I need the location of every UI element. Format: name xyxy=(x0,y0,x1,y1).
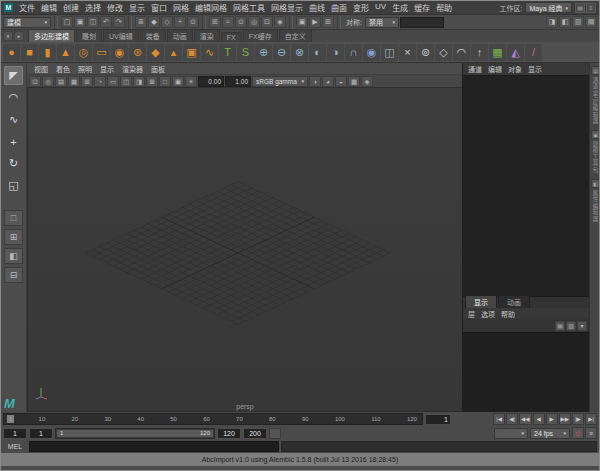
playback-options-button[interactable] xyxy=(269,428,281,439)
scale-tool[interactable]: ◱ xyxy=(4,176,23,195)
shelf-poly-cylinder[interactable]: ▮ xyxy=(39,44,56,61)
panel-menu-item[interactable]: 着色 xyxy=(53,64,73,74)
layer-new-empty-icon[interactable]: ▤ xyxy=(555,321,565,331)
vp-shadows-icon[interactable]: ◑ xyxy=(309,76,321,87)
shelf-svg-tool[interactable]: S xyxy=(237,44,254,61)
time-slider[interactable]: 1102030405060708090100110120 xyxy=(3,413,423,425)
vp-safe-action-icon[interactable]: □ xyxy=(159,76,171,87)
layout-single-pane-button[interactable]: □ xyxy=(4,210,23,226)
layer-options-icon[interactable]: ▾ xyxy=(577,321,587,331)
vp-safe-title-icon[interactable]: ▣ xyxy=(172,76,184,87)
menu-item[interactable]: 网格 xyxy=(170,2,192,13)
render-settings-icon[interactable]: ⊞ xyxy=(322,16,334,28)
select-mask-handles-icon[interactable]: + xyxy=(174,16,186,28)
shelf-tab[interactable]: FX缓存 xyxy=(243,29,278,42)
menu-item[interactable]: 网格显示 xyxy=(268,2,306,13)
layout-persp-outliner-button[interactable]: ◧ xyxy=(4,248,23,264)
panel-menu-item[interactable]: 面板 xyxy=(148,64,168,74)
shelf-tabs-icon[interactable]: ▸ xyxy=(14,31,24,41)
vp-isolate-select-icon[interactable]: ◈ xyxy=(361,76,373,87)
make-live-icon[interactable]: ◈ xyxy=(274,16,286,28)
menu-set-selector[interactable]: 建模 ▾ xyxy=(3,17,51,28)
shelf-poly-cone[interactable]: ▲ xyxy=(57,44,74,61)
vp-camera-attributes-icon[interactable]: ◎ xyxy=(42,76,54,87)
vp-ambient-occlusion-icon[interactable]: ◕ xyxy=(322,76,334,87)
channel-box-content[interactable] xyxy=(463,75,589,296)
layer-new-from-selected-icon[interactable]: ▥ xyxy=(566,321,576,331)
vp-2d-pan-zoom-icon[interactable]: ⊞ xyxy=(81,76,93,87)
open-scene-icon[interactable]: ▣ xyxy=(74,16,86,28)
exposure-field[interactable]: 0.00 xyxy=(198,76,224,87)
render-frame-icon[interactable]: ▣ xyxy=(296,16,308,28)
vp-resolution-gate-icon[interactable]: ◫ xyxy=(120,76,132,87)
menu-item[interactable]: 选择 xyxy=(82,2,104,13)
range-slider-bar[interactable]: 1 120 xyxy=(57,430,213,437)
vp-multisample-icon[interactable]: ▩ xyxy=(348,76,360,87)
toggle-outliner-icon[interactable]: ▤ xyxy=(585,16,597,28)
snap-curve-icon[interactable]: ≈ xyxy=(222,16,234,28)
select-mask-points-icon[interactable]: ⊙ xyxy=(187,16,199,28)
vp-motion-blur-icon[interactable]: ◒ xyxy=(335,76,347,87)
redo-icon[interactable]: ↷ xyxy=(113,16,125,28)
snap-point-icon[interactable]: ⊙ xyxy=(235,16,247,28)
shelf-target-weld[interactable]: ⊚ xyxy=(417,44,434,61)
channel-box-menu-item[interactable]: 编辑 xyxy=(486,64,504,74)
shelf-poly-torus[interactable]: ◎ xyxy=(75,44,92,61)
character-set-selector[interactable]: ▾ xyxy=(494,428,528,439)
select-object-icon[interactable]: ◆ xyxy=(148,16,160,28)
layout-four-pane-button[interactable]: ⊞ xyxy=(4,229,23,245)
current-frame-field[interactable]: 1 xyxy=(425,414,451,425)
panel-menu-item[interactable]: 显示 xyxy=(97,64,117,74)
range-slider[interactable]: 1 120 xyxy=(55,428,215,439)
shelf-bridge[interactable]: ◠ xyxy=(453,44,470,61)
vp-field-chart-icon[interactable]: ⊠ xyxy=(146,76,158,87)
attribute-editor-tab[interactable]: ◧ 属性编辑器 xyxy=(591,179,600,223)
next-key-button[interactable]: ▶▶ xyxy=(559,413,571,425)
shelf-smooth[interactable]: ◉ xyxy=(363,44,380,61)
menu-item[interactable]: 曲面 xyxy=(328,2,350,13)
toggle-attribute-editor-icon[interactable]: ◨ xyxy=(546,16,558,28)
layer-editor-menu-item[interactable]: 选项 xyxy=(479,309,497,319)
menu-item[interactable]: 网格工具 xyxy=(230,2,268,13)
shelf-poly-helix[interactable]: ∿ xyxy=(201,44,218,61)
menu-item[interactable]: 生成 xyxy=(389,2,411,13)
shelf-paint-tool[interactable]: / xyxy=(525,44,542,61)
gamma-field[interactable]: 1.00 xyxy=(225,76,251,87)
vp-lock-camera-icon[interactable]: ⊡ xyxy=(29,76,41,87)
snap-projected-center-icon[interactable]: ◎ xyxy=(248,16,260,28)
menu-item[interactable]: 编辑网格 xyxy=(192,2,230,13)
ipr-render-icon[interactable]: ▶ xyxy=(309,16,321,28)
shelf-tab[interactable]: 雕刻 xyxy=(76,29,102,42)
paint-select-tool[interactable]: ∿ xyxy=(4,110,23,129)
shelf-boolean-intersection[interactable]: ∩ xyxy=(345,44,362,61)
menu-item[interactable]: 帮助 xyxy=(433,2,455,13)
undo-icon[interactable]: ↶ xyxy=(100,16,112,28)
shelf-poly-platonic[interactable]: ◆ xyxy=(147,44,164,61)
shelf-boolean-difference[interactable]: ◑ xyxy=(327,44,344,61)
modeling-toolkit-tab[interactable]: ▣ 建模工具包 xyxy=(591,130,600,174)
shelf-poly-gear[interactable]: ⊛ xyxy=(129,44,146,61)
shelf-quad-draw[interactable]: ▦ xyxy=(489,44,506,61)
menu-item[interactable]: UV xyxy=(372,2,389,13)
vp-film-gate-icon[interactable]: ▭ xyxy=(107,76,119,87)
rotate-tool[interactable]: ↻ xyxy=(4,154,23,173)
shelf-extract[interactable]: ⊗ xyxy=(291,44,308,61)
shelf-sculpt-tool[interactable]: ◭ xyxy=(507,44,524,61)
menu-item[interactable]: 缓存 xyxy=(411,2,433,13)
move-tool[interactable]: + xyxy=(4,132,23,151)
go-to-start-button[interactable]: |◀ xyxy=(493,413,505,425)
vp-gate-mask-icon[interactable]: ◨ xyxy=(133,76,145,87)
panel-menu-item[interactable]: 渲染器 xyxy=(119,64,146,74)
shelf-extrude[interactable]: ↑ xyxy=(471,44,488,61)
shelf-tab[interactable]: 多边形建模 xyxy=(28,29,75,42)
vp-image-plane-icon[interactable]: ▦ xyxy=(68,76,80,87)
toggle-channel-box-icon[interactable]: ▥ xyxy=(572,16,584,28)
menu-item[interactable]: 曲线 xyxy=(306,2,328,13)
shelf-tab[interactable]: 动画 xyxy=(167,29,193,42)
shelf-combine[interactable]: ⊕ xyxy=(255,44,272,61)
layer-editor-menu-item[interactable]: 帮助 xyxy=(499,309,517,319)
prev-key-button[interactable]: ◀◀ xyxy=(519,413,531,425)
layout-persp-graph-button[interactable]: ⊟ xyxy=(4,267,23,283)
menu-item[interactable]: 窗口 xyxy=(148,2,170,13)
shelf-boolean-union[interactable]: ◐ xyxy=(309,44,326,61)
